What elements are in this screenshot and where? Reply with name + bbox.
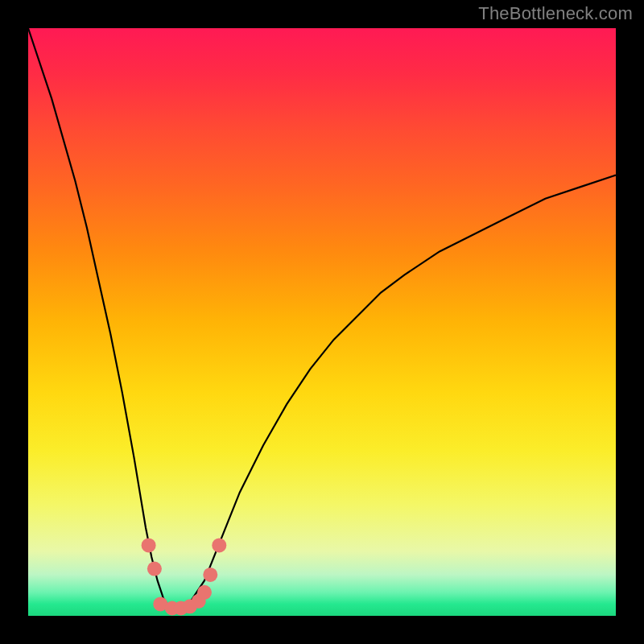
curve-marker <box>142 538 156 552</box>
plot-area <box>28 28 616 616</box>
curve-marker <box>212 538 226 552</box>
bottleneck-curve <box>28 28 616 609</box>
curve-marker <box>203 568 217 582</box>
curve-marker <box>197 585 212 600</box>
chart-svg <box>28 28 616 616</box>
chart-frame: TheBottleneck.com <box>0 0 644 644</box>
curve-markers <box>142 538 227 615</box>
curve-marker <box>147 562 162 576</box>
watermark-text: TheBottleneck.com <box>478 3 633 24</box>
